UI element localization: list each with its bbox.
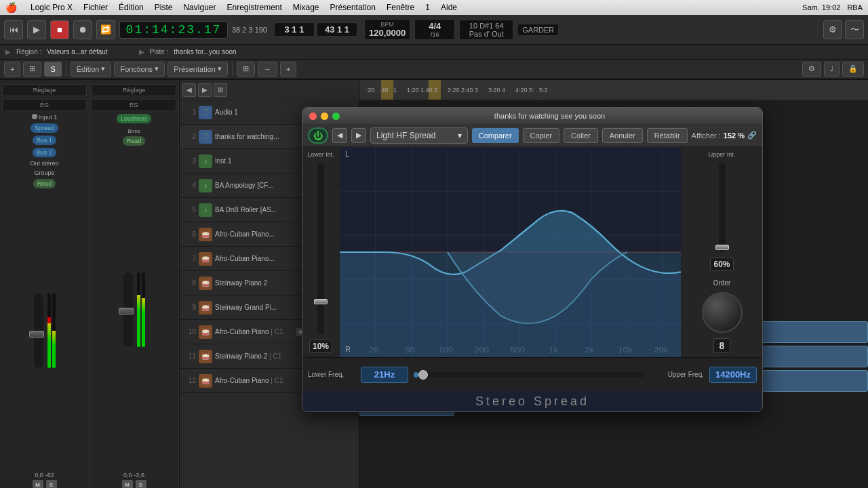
- menu-piste[interactable]: Piste: [155, 3, 173, 12]
- eq-display: L: [340, 147, 681, 357]
- channel-bus2-btn[interactable]: Bus 2: [33, 148, 56, 157]
- solo-btn-1[interactable]: S: [46, 480, 57, 488]
- track-num-10: 10: [184, 328, 196, 336]
- btn-s[interactable]: S: [44, 62, 61, 77]
- track-num-11: 11: [184, 352, 196, 360]
- channel-spread-btn[interactable]: Spread: [31, 123, 58, 133]
- channel-insert-2[interactable]: Réglage: [92, 84, 176, 96]
- transport-tempo[interactable]: BPM 120,0000: [364, 19, 410, 40]
- menu-fichier[interactable]: Fichier: [83, 3, 108, 12]
- region-info-bar: ▶ Région : Valeurs a...ar défaut ▶ Piste…: [0, 45, 868, 60]
- transport-timesig[interactable]: 4/4 /16: [414, 19, 455, 40]
- menu-aide[interactable]: Aide: [441, 3, 457, 12]
- btn-snap[interactable]: ⊞: [237, 62, 255, 77]
- btn-play[interactable]: ▶: [27, 20, 46, 39]
- track-num-1: 1: [184, 108, 196, 116]
- menu-fenetre[interactable]: Fenêtre: [387, 3, 414, 12]
- btn-lock[interactable]: 🔒: [842, 62, 864, 77]
- menu-enregistrement[interactable]: Enregistrement: [226, 3, 281, 12]
- channel-strip-1: Réglage ÉG Input 1 Spread Bus 1 Bus 2 Ou…: [0, 80, 90, 488]
- solo-btn-2[interactable]: S: [136, 480, 146, 488]
- btn-add-track[interactable]: +: [4, 62, 20, 77]
- apple-menu[interactable]: 🍎: [5, 2, 17, 13]
- mute-btn-2[interactable]: M: [122, 480, 133, 488]
- plugin-power-btn[interactable]: ⏻: [308, 127, 328, 144]
- mixer-channel-strip: Réglage ÉG Input 1 Spread Bus 1 Bus 2 Ou…: [0, 80, 179, 488]
- channel-loudness-btn[interactable]: Loudness: [117, 114, 151, 123]
- dialog-expand-btn[interactable]: [332, 113, 340, 120]
- ruler-expand[interactable]: ⊞: [214, 83, 227, 97]
- plugin-compare-btn[interactable]: Comparer: [472, 128, 519, 143]
- meter-left-peak: [47, 317, 51, 323]
- plugin-copy-btn[interactable]: Copier: [523, 128, 559, 143]
- upper-freq-value[interactable]: 14200Hz: [709, 367, 757, 383]
- ruler-zoom-in[interactable]: ▶: [198, 83, 212, 97]
- menu-edition[interactable]: Édition: [119, 3, 144, 12]
- divider-1: [66, 62, 66, 76]
- upper-int-label: Upper Int.: [709, 151, 736, 158]
- channel-eq-1[interactable]: ÉG: [2, 99, 87, 111]
- track-num-8: 8: [184, 279, 196, 287]
- btn-presentation[interactable]: Présentation ▾: [167, 62, 228, 77]
- btn-settings2[interactable]: ⚙: [802, 62, 821, 77]
- lower-int-value[interactable]: 10%: [309, 340, 332, 353]
- btn-record[interactable]: ⏺: [73, 20, 92, 39]
- btn-stop[interactable]: ■: [50, 20, 69, 39]
- btn-track-options[interactable]: ⊞: [23, 62, 41, 77]
- track-name-11: Steinway Piano 2 | C1: [215, 352, 307, 360]
- fader-knob-2[interactable]: [119, 308, 134, 314]
- plugin-reset-btn[interactable]: Rétablir: [647, 128, 688, 143]
- dialog-close-btn[interactable]: [309, 113, 317, 120]
- plugin-next-btn[interactable]: ▶: [351, 128, 366, 143]
- plugin-cancel-btn[interactable]: Annuler: [602, 128, 643, 143]
- channel-btns-1: Input 1: [32, 114, 58, 121]
- btn-loop[interactable]: 🔁: [96, 20, 115, 39]
- menu-naviguer[interactable]: Naviguer: [183, 3, 216, 12]
- channel-insert-1[interactable]: Réglage: [2, 84, 87, 96]
- btn-edition[interactable]: Édition ▾: [71, 62, 112, 77]
- lower-freq-thumb[interactable]: [418, 370, 428, 380]
- region-label: Région :: [16, 48, 41, 56]
- transport-timecode[interactable]: 01:14:23.17: [119, 21, 228, 39]
- btn-fonctions[interactable]: Fonctions ▾: [114, 62, 165, 77]
- btn-settings[interactable]: ⚙: [823, 20, 842, 39]
- channel-eq-2[interactable]: ÉG: [92, 99, 176, 111]
- order-knob[interactable]: [702, 292, 743, 333]
- track-num-4: 4: [184, 182, 196, 189]
- lower-int-fader-knob[interactable]: [314, 299, 328, 304]
- channel-read-btn-2[interactable]: Read: [123, 136, 146, 146]
- ruler-labels: :20 :40 1 1:20 1:40 2 2:20 2:40 3 3:20 4…: [359, 80, 868, 100]
- meter-left-fill: [47, 323, 51, 368]
- upper-int-fader-knob[interactable]: [715, 245, 729, 250]
- menu-logicprox[interactable]: Logic Pro X: [31, 3, 73, 12]
- menu-mixage[interactable]: Mixage: [293, 3, 319, 12]
- menu-1[interactable]: 1: [425, 3, 430, 12]
- plugin-prev-btn[interactable]: ◀: [332, 128, 347, 143]
- menu-presentation[interactable]: Présentation: [330, 3, 376, 12]
- toolbar-area: ▶ Région : Valeurs a...ar défaut ▶ Piste…: [0, 45, 868, 80]
- upper-int-value[interactable]: 60%: [710, 258, 733, 271]
- btn-rewind[interactable]: ⏮: [4, 20, 23, 39]
- transport-key: 10 D#1 64 Pas d' Out: [459, 20, 513, 40]
- transport-beats2: 43 1 1: [317, 22, 357, 37]
- order-value[interactable]: 8: [713, 338, 731, 353]
- lower-int-panel: Lower Int. 10%: [302, 147, 340, 357]
- plugin-paste-btn[interactable]: Coller: [564, 128, 598, 143]
- btn-waveform[interactable]: 〜: [845, 20, 864, 39]
- mute-btn-1[interactable]: M: [33, 480, 43, 488]
- channel-bus1-btn[interactable]: Bus 1: [33, 136, 56, 145]
- lower-freq-value[interactable]: 21Hz: [361, 367, 408, 383]
- upper-int-panel: Upper Int. 60% Order 8: [681, 147, 762, 357]
- track-name-10: Afro-Cuban Piano | C1: [215, 328, 294, 336]
- ruler-zoom-out[interactable]: ◀: [182, 83, 196, 97]
- btn-zoom-in[interactable]: +: [280, 62, 296, 77]
- btn-metronome[interactable]: ♩: [824, 62, 840, 77]
- channel-read-btn[interactable]: Read: [33, 179, 56, 188]
- plugin-dialog: thanks for watching see you soon ⏻ ◀ ▶ L…: [302, 107, 763, 412]
- dialog-minimize-btn[interactable]: [321, 113, 328, 120]
- fader-knob-1[interactable]: [29, 331, 44, 338]
- btn-drag[interactable]: ↔: [258, 62, 277, 77]
- zoom-value[interactable]: 152 %: [724, 131, 745, 140]
- lower-freq-slider[interactable]: [414, 372, 644, 378]
- plugin-preset-dropdown[interactable]: Light HF Spread ▾: [370, 127, 468, 144]
